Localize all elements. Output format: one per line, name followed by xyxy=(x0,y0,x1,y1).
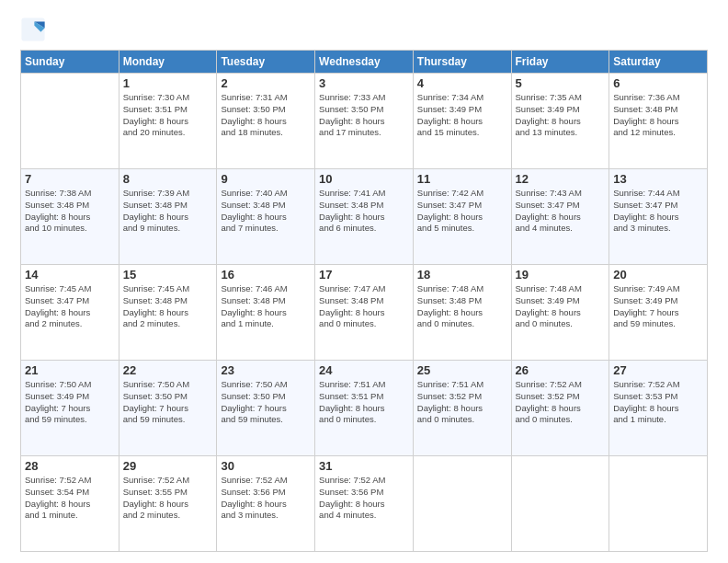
day-info: Sunrise: 7:51 AM Sunset: 3:52 PM Dayligh… xyxy=(417,379,507,426)
day-info: Sunrise: 7:39 AM Sunset: 3:48 PM Dayligh… xyxy=(123,188,213,235)
calendar-cell xyxy=(413,456,511,552)
day-info: Sunrise: 7:38 AM Sunset: 3:48 PM Dayligh… xyxy=(25,188,115,235)
day-info: Sunrise: 7:41 AM Sunset: 3:48 PM Dayligh… xyxy=(319,188,409,235)
day-number: 18 xyxy=(417,268,507,282)
weekday-header-monday: Monday xyxy=(119,51,217,74)
day-info: Sunrise: 7:36 AM Sunset: 3:48 PM Dayligh… xyxy=(613,92,703,139)
header xyxy=(20,17,708,42)
day-info: Sunrise: 7:50 AM Sunset: 3:50 PM Dayligh… xyxy=(123,379,213,426)
calendar-cell: 24Sunrise: 7:51 AM Sunset: 3:51 PM Dayli… xyxy=(315,361,414,456)
day-number: 3 xyxy=(319,76,409,90)
day-number: 29 xyxy=(123,459,213,473)
day-number: 20 xyxy=(613,268,703,282)
day-number: 4 xyxy=(417,76,507,90)
day-info: Sunrise: 7:51 AM Sunset: 3:51 PM Dayligh… xyxy=(319,379,409,426)
calendar-cell: 26Sunrise: 7:52 AM Sunset: 3:52 PM Dayli… xyxy=(511,361,609,456)
calendar-cell: 19Sunrise: 7:48 AM Sunset: 3:49 PM Dayli… xyxy=(511,265,609,361)
day-number: 23 xyxy=(221,363,311,377)
weekday-header-saturday: Saturday xyxy=(609,51,708,74)
day-info: Sunrise: 7:52 AM Sunset: 3:56 PM Dayligh… xyxy=(319,475,409,522)
day-info: Sunrise: 7:45 AM Sunset: 3:47 PM Dayligh… xyxy=(25,283,115,330)
weekday-header-thursday: Thursday xyxy=(413,51,511,74)
day-info: Sunrise: 7:52 AM Sunset: 3:55 PM Dayligh… xyxy=(123,475,213,522)
calendar-cell: 17Sunrise: 7:47 AM Sunset: 3:48 PM Dayli… xyxy=(315,265,414,361)
calendar-cell: 23Sunrise: 7:50 AM Sunset: 3:50 PM Dayli… xyxy=(217,361,315,456)
logo xyxy=(20,17,50,42)
weekday-header-wednesday: Wednesday xyxy=(315,51,414,74)
day-number: 15 xyxy=(123,268,213,282)
day-number: 13 xyxy=(613,172,703,186)
day-info: Sunrise: 7:50 AM Sunset: 3:49 PM Dayligh… xyxy=(25,379,115,426)
weekday-header-row: SundayMondayTuesdayWednesdayThursdayFrid… xyxy=(21,51,708,74)
calendar-cell xyxy=(21,74,119,169)
calendar-cell: 16Sunrise: 7:46 AM Sunset: 3:48 PM Dayli… xyxy=(217,265,315,361)
calendar-cell: 15Sunrise: 7:45 AM Sunset: 3:48 PM Dayli… xyxy=(119,265,217,361)
day-number: 19 xyxy=(516,268,606,282)
calendar-cell: 30Sunrise: 7:52 AM Sunset: 3:56 PM Dayli… xyxy=(217,456,315,552)
calendar-cell: 6Sunrise: 7:36 AM Sunset: 3:48 PM Daylig… xyxy=(609,74,708,169)
day-number: 26 xyxy=(516,363,606,377)
day-number: 8 xyxy=(123,172,213,186)
day-info: Sunrise: 7:44 AM Sunset: 3:47 PM Dayligh… xyxy=(613,188,703,235)
day-number: 11 xyxy=(417,172,507,186)
day-info: Sunrise: 7:52 AM Sunset: 3:53 PM Dayligh… xyxy=(613,379,703,426)
calendar: SundayMondayTuesdayWednesdayThursdayFrid… xyxy=(20,50,708,552)
calendar-cell: 25Sunrise: 7:51 AM Sunset: 3:52 PM Dayli… xyxy=(413,361,511,456)
day-info: Sunrise: 7:52 AM Sunset: 3:54 PM Dayligh… xyxy=(25,475,115,522)
calendar-cell: 4Sunrise: 7:34 AM Sunset: 3:49 PM Daylig… xyxy=(413,74,511,169)
day-number: 30 xyxy=(221,459,311,473)
day-info: Sunrise: 7:52 AM Sunset: 3:52 PM Dayligh… xyxy=(516,379,606,426)
calendar-cell: 1Sunrise: 7:30 AM Sunset: 3:51 PM Daylig… xyxy=(119,74,217,169)
day-info: Sunrise: 7:40 AM Sunset: 3:48 PM Dayligh… xyxy=(221,188,311,235)
day-info: Sunrise: 7:42 AM Sunset: 3:47 PM Dayligh… xyxy=(417,188,507,235)
week-row-3: 14Sunrise: 7:45 AM Sunset: 3:47 PM Dayli… xyxy=(21,265,708,361)
week-row-2: 7Sunrise: 7:38 AM Sunset: 3:48 PM Daylig… xyxy=(21,169,708,265)
day-number: 5 xyxy=(516,76,606,90)
day-number: 22 xyxy=(123,363,213,377)
day-info: Sunrise: 7:46 AM Sunset: 3:48 PM Dayligh… xyxy=(221,283,311,330)
calendar-cell: 13Sunrise: 7:44 AM Sunset: 3:47 PM Dayli… xyxy=(609,169,708,265)
weekday-header-tuesday: Tuesday xyxy=(217,51,315,74)
day-info: Sunrise: 7:31 AM Sunset: 3:50 PM Dayligh… xyxy=(221,92,311,139)
day-info: Sunrise: 7:45 AM Sunset: 3:48 PM Dayligh… xyxy=(123,283,213,330)
calendar-cell xyxy=(609,456,708,552)
calendar-cell: 21Sunrise: 7:50 AM Sunset: 3:49 PM Dayli… xyxy=(21,361,119,456)
day-number: 16 xyxy=(221,268,311,282)
day-number: 2 xyxy=(221,76,311,90)
day-info: Sunrise: 7:50 AM Sunset: 3:50 PM Dayligh… xyxy=(221,379,311,426)
page: SundayMondayTuesdayWednesdayThursdayFrid… xyxy=(0,0,728,563)
calendar-cell xyxy=(511,456,609,552)
day-info: Sunrise: 7:35 AM Sunset: 3:49 PM Dayligh… xyxy=(516,92,606,139)
day-number: 1 xyxy=(123,76,213,90)
calendar-cell: 22Sunrise: 7:50 AM Sunset: 3:50 PM Dayli… xyxy=(119,361,217,456)
day-number: 27 xyxy=(613,363,703,377)
day-number: 24 xyxy=(319,363,409,377)
day-number: 6 xyxy=(613,76,703,90)
day-number: 31 xyxy=(319,459,409,473)
day-number: 28 xyxy=(25,459,115,473)
weekday-header-sunday: Sunday xyxy=(21,51,119,74)
day-number: 21 xyxy=(25,363,115,377)
calendar-cell: 18Sunrise: 7:48 AM Sunset: 3:48 PM Dayli… xyxy=(413,265,511,361)
day-info: Sunrise: 7:47 AM Sunset: 3:48 PM Dayligh… xyxy=(319,283,409,330)
day-number: 7 xyxy=(25,172,115,186)
day-info: Sunrise: 7:33 AM Sunset: 3:50 PM Dayligh… xyxy=(319,92,409,139)
day-number: 10 xyxy=(319,172,409,186)
calendar-cell: 3Sunrise: 7:33 AM Sunset: 3:50 PM Daylig… xyxy=(315,74,414,169)
calendar-cell: 5Sunrise: 7:35 AM Sunset: 3:49 PM Daylig… xyxy=(511,74,609,169)
day-number: 14 xyxy=(25,268,115,282)
week-row-4: 21Sunrise: 7:50 AM Sunset: 3:49 PM Dayli… xyxy=(21,361,708,456)
day-number: 17 xyxy=(319,268,409,282)
calendar-cell: 27Sunrise: 7:52 AM Sunset: 3:53 PM Dayli… xyxy=(609,361,708,456)
day-info: Sunrise: 7:48 AM Sunset: 3:49 PM Dayligh… xyxy=(516,283,606,330)
weekday-header-friday: Friday xyxy=(511,51,609,74)
calendar-cell: 14Sunrise: 7:45 AM Sunset: 3:47 PM Dayli… xyxy=(21,265,119,361)
day-info: Sunrise: 7:34 AM Sunset: 3:49 PM Dayligh… xyxy=(417,92,507,139)
calendar-cell: 9Sunrise: 7:40 AM Sunset: 3:48 PM Daylig… xyxy=(217,169,315,265)
logo-icon xyxy=(20,17,46,42)
day-info: Sunrise: 7:30 AM Sunset: 3:51 PM Dayligh… xyxy=(123,92,213,139)
calendar-cell: 12Sunrise: 7:43 AM Sunset: 3:47 PM Dayli… xyxy=(511,169,609,265)
day-info: Sunrise: 7:43 AM Sunset: 3:47 PM Dayligh… xyxy=(516,188,606,235)
day-info: Sunrise: 7:48 AM Sunset: 3:48 PM Dayligh… xyxy=(417,283,507,330)
calendar-cell: 28Sunrise: 7:52 AM Sunset: 3:54 PM Dayli… xyxy=(21,456,119,552)
